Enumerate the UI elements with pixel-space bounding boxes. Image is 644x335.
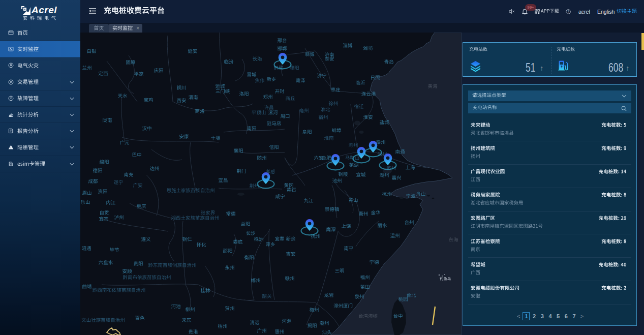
svg-text:?: ? (567, 10, 569, 13)
